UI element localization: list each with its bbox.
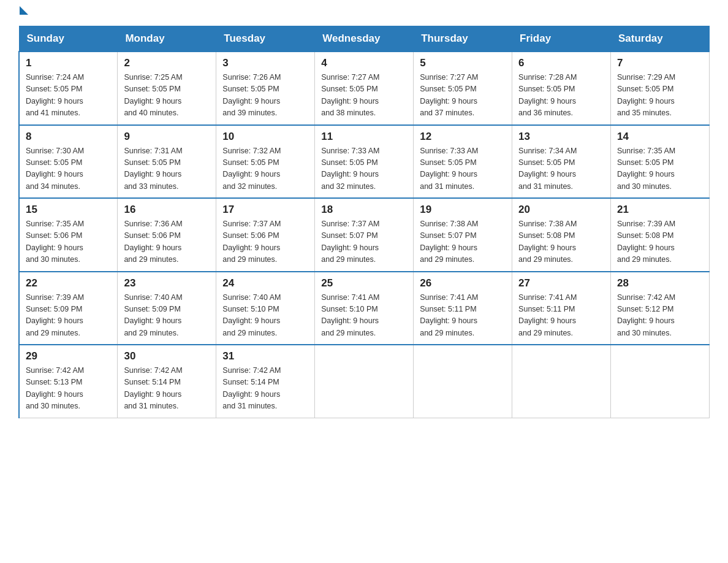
calendar-cell: 7 Sunrise: 7:29 AM Sunset: 5:05 PM Dayli… xyxy=(611,52,710,125)
day-number: 8 xyxy=(26,131,111,143)
day-info: Sunrise: 7:42 AM Sunset: 5:14 PM Dayligh… xyxy=(222,365,308,413)
day-info: Sunrise: 7:40 AM Sunset: 5:09 PM Dayligh… xyxy=(124,292,210,340)
day-info: Sunrise: 7:41 AM Sunset: 5:11 PM Dayligh… xyxy=(420,292,506,340)
calendar-cell: 3 Sunrise: 7:26 AM Sunset: 5:05 PM Dayli… xyxy=(216,52,315,125)
calendar-cell: 24 Sunrise: 7:40 AM Sunset: 5:10 PM Dayl… xyxy=(216,272,315,345)
calendar-cell: 5 Sunrise: 7:27 AM Sunset: 5:05 PM Dayli… xyxy=(414,52,512,125)
day-info: Sunrise: 7:41 AM Sunset: 5:11 PM Dayligh… xyxy=(518,292,604,340)
calendar-week-row: 22 Sunrise: 7:39 AM Sunset: 5:09 PM Dayl… xyxy=(19,272,710,345)
calendar-cell: 22 Sunrise: 7:39 AM Sunset: 5:09 PM Dayl… xyxy=(19,272,118,345)
day-number: 28 xyxy=(617,277,703,289)
day-number: 27 xyxy=(518,277,604,289)
day-number: 3 xyxy=(222,57,308,69)
day-number: 4 xyxy=(321,57,407,69)
day-info: Sunrise: 7:32 AM Sunset: 5:05 PM Dayligh… xyxy=(222,145,308,193)
calendar-week-row: 29 Sunrise: 7:42 AM Sunset: 5:13 PM Dayl… xyxy=(19,345,710,418)
calendar-cell xyxy=(512,345,611,418)
calendar-table: SundayMondayTuesdayWednesdayThursdayFrid… xyxy=(18,26,710,418)
day-number: 30 xyxy=(124,350,210,362)
day-info: Sunrise: 7:34 AM Sunset: 5:05 PM Dayligh… xyxy=(518,145,604,193)
day-info: Sunrise: 7:25 AM Sunset: 5:05 PM Dayligh… xyxy=(124,72,210,120)
calendar-cell: 28 Sunrise: 7:42 AM Sunset: 5:12 PM Dayl… xyxy=(611,272,710,345)
day-info: Sunrise: 7:30 AM Sunset: 5:05 PM Dayligh… xyxy=(26,145,111,193)
day-info: Sunrise: 7:42 AM Sunset: 5:14 PM Dayligh… xyxy=(124,365,210,413)
day-number: 18 xyxy=(321,204,407,216)
day-number: 12 xyxy=(420,131,506,143)
calendar-cell: 30 Sunrise: 7:42 AM Sunset: 5:14 PM Dayl… xyxy=(118,345,216,418)
day-number: 31 xyxy=(222,350,308,362)
day-info: Sunrise: 7:28 AM Sunset: 5:05 PM Dayligh… xyxy=(518,72,604,120)
calendar-cell: 1 Sunrise: 7:24 AM Sunset: 5:05 PM Dayli… xyxy=(19,52,118,125)
day-number: 14 xyxy=(617,131,703,143)
calendar-week-row: 1 Sunrise: 7:24 AM Sunset: 5:05 PM Dayli… xyxy=(19,52,710,125)
day-number: 24 xyxy=(222,277,308,289)
calendar-cell: 16 Sunrise: 7:36 AM Sunset: 5:06 PM Dayl… xyxy=(118,198,216,272)
day-info: Sunrise: 7:36 AM Sunset: 5:06 PM Dayligh… xyxy=(124,218,210,266)
day-number: 22 xyxy=(26,277,111,289)
calendar-cell: 12 Sunrise: 7:33 AM Sunset: 5:05 PM Dayl… xyxy=(414,125,512,199)
calendar-cell: 23 Sunrise: 7:40 AM Sunset: 5:09 PM Dayl… xyxy=(118,272,216,345)
calendar-cell: 13 Sunrise: 7:34 AM Sunset: 5:05 PM Dayl… xyxy=(512,125,611,199)
day-info: Sunrise: 7:35 AM Sunset: 5:05 PM Dayligh… xyxy=(617,145,703,193)
day-number: 1 xyxy=(26,57,111,69)
calendar-cell: 8 Sunrise: 7:30 AM Sunset: 5:05 PM Dayli… xyxy=(19,125,118,199)
logo xyxy=(18,12,28,15)
calendar-cell: 10 Sunrise: 7:32 AM Sunset: 5:05 PM Dayl… xyxy=(216,125,315,199)
calendar-cell: 21 Sunrise: 7:39 AM Sunset: 5:08 PM Dayl… xyxy=(611,198,710,272)
calendar-cell xyxy=(414,345,512,418)
calendar-cell: 31 Sunrise: 7:42 AM Sunset: 5:14 PM Dayl… xyxy=(216,345,315,418)
calendar-cell: 11 Sunrise: 7:33 AM Sunset: 5:05 PM Dayl… xyxy=(315,125,414,199)
day-number: 20 xyxy=(518,204,604,216)
day-number: 9 xyxy=(124,131,210,143)
day-info: Sunrise: 7:39 AM Sunset: 5:09 PM Dayligh… xyxy=(26,292,111,340)
day-number: 15 xyxy=(26,204,111,216)
day-info: Sunrise: 7:24 AM Sunset: 5:05 PM Dayligh… xyxy=(26,72,111,120)
col-header-tuesday: Tuesday xyxy=(216,26,315,52)
day-info: Sunrise: 7:40 AM Sunset: 5:10 PM Dayligh… xyxy=(222,292,308,340)
calendar-cell: 19 Sunrise: 7:38 AM Sunset: 5:07 PM Dayl… xyxy=(414,198,512,272)
calendar-cell: 15 Sunrise: 7:35 AM Sunset: 5:06 PM Dayl… xyxy=(19,198,118,272)
calendar-cell: 14 Sunrise: 7:35 AM Sunset: 5:05 PM Dayl… xyxy=(611,125,710,199)
day-info: Sunrise: 7:41 AM Sunset: 5:10 PM Dayligh… xyxy=(321,292,407,340)
day-number: 25 xyxy=(321,277,407,289)
day-info: Sunrise: 7:37 AM Sunset: 5:06 PM Dayligh… xyxy=(222,218,308,266)
day-info: Sunrise: 7:27 AM Sunset: 5:05 PM Dayligh… xyxy=(420,72,506,120)
day-info: Sunrise: 7:31 AM Sunset: 5:05 PM Dayligh… xyxy=(124,145,210,193)
calendar-week-row: 8 Sunrise: 7:30 AM Sunset: 5:05 PM Dayli… xyxy=(19,125,710,199)
day-info: Sunrise: 7:33 AM Sunset: 5:05 PM Dayligh… xyxy=(420,145,506,193)
calendar-cell: 17 Sunrise: 7:37 AM Sunset: 5:06 PM Dayl… xyxy=(216,198,315,272)
day-number: 5 xyxy=(420,57,506,69)
day-number: 13 xyxy=(518,131,604,143)
day-number: 29 xyxy=(26,350,111,362)
day-info: Sunrise: 7:27 AM Sunset: 5:05 PM Dayligh… xyxy=(321,72,407,120)
day-number: 21 xyxy=(617,204,703,216)
calendar-cell: 27 Sunrise: 7:41 AM Sunset: 5:11 PM Dayl… xyxy=(512,272,611,345)
calendar-cell: 2 Sunrise: 7:25 AM Sunset: 5:05 PM Dayli… xyxy=(118,52,216,125)
day-info: Sunrise: 7:38 AM Sunset: 5:07 PM Dayligh… xyxy=(420,218,506,266)
day-number: 2 xyxy=(124,57,210,69)
page-header xyxy=(18,12,710,15)
calendar-cell xyxy=(611,345,710,418)
calendar-cell: 29 Sunrise: 7:42 AM Sunset: 5:13 PM Dayl… xyxy=(19,345,118,418)
calendar-cell: 26 Sunrise: 7:41 AM Sunset: 5:11 PM Dayl… xyxy=(414,272,512,345)
col-header-friday: Friday xyxy=(512,26,611,52)
day-number: 26 xyxy=(420,277,506,289)
col-header-wednesday: Wednesday xyxy=(315,26,414,52)
calendar-cell: 25 Sunrise: 7:41 AM Sunset: 5:10 PM Dayl… xyxy=(315,272,414,345)
day-info: Sunrise: 7:29 AM Sunset: 5:05 PM Dayligh… xyxy=(617,72,703,120)
calendar-cell: 20 Sunrise: 7:38 AM Sunset: 5:08 PM Dayl… xyxy=(512,198,611,272)
calendar-cell: 6 Sunrise: 7:28 AM Sunset: 5:05 PM Dayli… xyxy=(512,52,611,125)
day-number: 17 xyxy=(222,204,308,216)
calendar-header-row: SundayMondayTuesdayWednesdayThursdayFrid… xyxy=(19,26,710,52)
calendar-cell: 4 Sunrise: 7:27 AM Sunset: 5:05 PM Dayli… xyxy=(315,52,414,125)
col-header-saturday: Saturday xyxy=(611,26,710,52)
col-header-sunday: Sunday xyxy=(19,26,118,52)
day-number: 16 xyxy=(124,204,210,216)
day-info: Sunrise: 7:26 AM Sunset: 5:05 PM Dayligh… xyxy=(222,72,308,120)
day-info: Sunrise: 7:37 AM Sunset: 5:07 PM Dayligh… xyxy=(321,218,407,266)
col-header-thursday: Thursday xyxy=(414,26,512,52)
day-info: Sunrise: 7:38 AM Sunset: 5:08 PM Dayligh… xyxy=(518,218,604,266)
day-info: Sunrise: 7:33 AM Sunset: 5:05 PM Dayligh… xyxy=(321,145,407,193)
day-info: Sunrise: 7:35 AM Sunset: 5:06 PM Dayligh… xyxy=(26,218,111,266)
calendar-cell: 9 Sunrise: 7:31 AM Sunset: 5:05 PM Dayli… xyxy=(118,125,216,199)
